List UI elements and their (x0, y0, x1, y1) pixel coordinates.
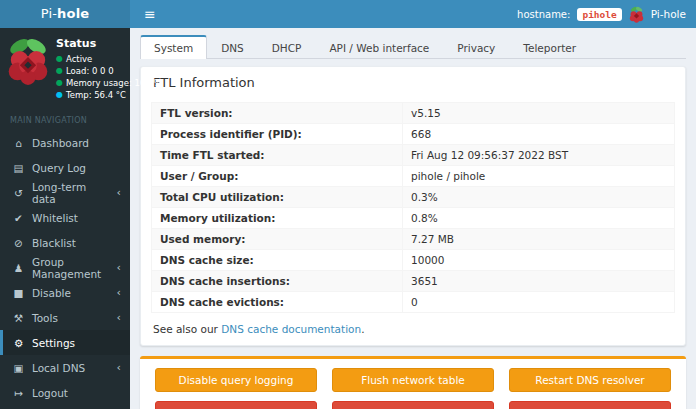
row-label: Time FTL started: (152, 145, 403, 166)
sidebar-item-tools[interactable]: ⚒ Tools ‹ (0, 305, 130, 330)
row-value: 668 (403, 124, 675, 145)
sidebar: Status ● Active ● Load: 0 0 0 ● Memory u… (0, 28, 130, 409)
sidebar-item-disable[interactable]: ■ Disable ‹ (0, 280, 130, 305)
flush-logs-button[interactable]: Flush logs (last 24 hours) (155, 401, 317, 409)
power-off-system-button[interactable]: Power off system (332, 401, 494, 409)
raspberry-icon (629, 6, 644, 23)
history-icon: ↺ (12, 187, 25, 199)
row-value: 7.27 MB (403, 229, 675, 250)
home-icon: ⌂ (12, 137, 25, 149)
users-icon: ♟ (12, 262, 25, 274)
tab-teleporter[interactable]: Teleporter (509, 35, 590, 59)
gear-icon: ⚙ (12, 337, 25, 349)
row-label: Memory utilization: (152, 208, 403, 229)
table-row: Time FTL started: Fri Aug 12 09:56:37 20… (152, 145, 675, 166)
status-title: Status (56, 37, 161, 50)
row-label: DNS cache size: (152, 250, 403, 271)
sidebar-item-settings[interactable]: ⚙ Settings (0, 330, 130, 355)
sidebar-item-long-term-data[interactable]: ↺ Long-term data ‹ (0, 180, 130, 205)
sidebar-item-donate[interactable]: ♥ Donate (0, 405, 130, 409)
dns-cache-documentation-link[interactable]: DNS cache documentation (221, 323, 361, 335)
stop-icon: ■ (12, 287, 25, 299)
row-value: 3651 (403, 271, 675, 292)
row-label: User / Group: (152, 166, 403, 187)
file-icon: ▤ (12, 162, 25, 174)
chevron-left-icon: ‹ (117, 261, 121, 274)
top-navbar: Pi-hole ≡ hostname: pihole Pi-hole (0, 0, 696, 28)
table-row: DNS cache evictions: 0 (152, 292, 675, 313)
row-label: Process identifier (PID): (152, 124, 403, 145)
temp-drop-icon: ● (56, 91, 63, 99)
chevron-left-icon: ‹ (117, 361, 121, 374)
user-menu[interactable]: Pi-hole (651, 8, 686, 20)
status-ok-icon: ● (56, 55, 63, 63)
ftl-information-box: FTL Information FTL version: v5.15 Proce… (140, 66, 686, 346)
flush-network-table-button[interactable]: Flush network table (332, 368, 494, 392)
hostname-value: pihole (577, 8, 621, 21)
row-value: pihole / pihole (403, 166, 675, 187)
table-row: Process identifier (PID): 668 (152, 124, 675, 145)
chevron-left-icon: ‹ (117, 186, 121, 199)
address-book-icon: ▣ (12, 362, 25, 374)
status-panel: Status ● Active ● Load: 0 0 0 ● Memory u… (0, 28, 130, 109)
row-value: 0.3% (403, 187, 675, 208)
row-value: v5.15 (403, 103, 675, 124)
see-also-note: See also our DNS cache documentation. (151, 313, 675, 336)
table-row: DNS cache insertions: 3651 (152, 271, 675, 292)
status-ok-icon: ● (56, 79, 63, 87)
table-row: Memory utilization: 0.8% (152, 208, 675, 229)
row-value: 0.8% (403, 208, 675, 229)
sidebar-toggle-icon[interactable]: ≡ (130, 0, 170, 28)
hostname-label: hostname: (517, 9, 570, 20)
table-row: FTL version: v5.15 (152, 103, 675, 124)
tools-icon: ⚒ (12, 312, 25, 324)
restart-dns-resolver-button[interactable]: Restart DNS resolver (509, 368, 671, 392)
sidebar-item-local-dns[interactable]: ▣ Local DNS ‹ (0, 355, 130, 380)
brand-bold: hole (57, 6, 89, 21)
sidebar-item-whitelist[interactable]: ✔ Whitelist (0, 205, 130, 230)
ftl-info-table: FTL version: v5.15 Process identifier (P… (151, 102, 675, 313)
status-active: ● Active (56, 53, 161, 65)
chevron-left-icon: ‹ (117, 311, 121, 324)
table-row: Used memory: 7.27 MB (152, 229, 675, 250)
restart-system-button[interactable]: Restart system (509, 401, 671, 409)
row-label: Used memory: (152, 229, 403, 250)
table-row: Total CPU utilization: 0.3% (152, 187, 675, 208)
tab-dns[interactable]: DNS (207, 35, 258, 59)
settings-tabs: System DNS DHCP API / Web interface Priv… (140, 35, 686, 59)
sidebar-item-query-log[interactable]: ▤ Query Log (0, 155, 130, 180)
sidebar-item-logout[interactable]: ↦ Logout (0, 380, 130, 405)
row-value: 0 (403, 292, 675, 313)
table-row: DNS cache size: 10000 (152, 250, 675, 271)
row-label: FTL version: (152, 103, 403, 124)
status-memory: ● Memory usage: 10.0% (56, 77, 161, 89)
row-value: 10000 (403, 250, 675, 271)
ban-icon: ⊘ (12, 237, 25, 249)
chevron-left-icon: ‹ (117, 286, 121, 299)
row-label: DNS cache evictions: (152, 292, 403, 313)
check-circle-icon: ✔ (12, 212, 25, 224)
raspberry-logo-icon (7, 37, 49, 85)
sidebar-item-group-management[interactable]: ♟ Group Management ‹ (0, 255, 130, 280)
sidebar-item-dashboard[interactable]: ⌂ Dashboard (0, 130, 130, 155)
tab-privacy[interactable]: Privacy (443, 35, 509, 59)
box-title: FTL Information (141, 67, 685, 98)
main-content: System DNS DHCP API / Web interface Priv… (130, 28, 696, 409)
status-ok-icon: ● (56, 67, 63, 75)
status-temp: ● Temp: 56.4 °C (56, 89, 161, 101)
sign-out-icon: ↦ (12, 387, 25, 399)
brand-logo[interactable]: Pi-hole (0, 0, 130, 28)
sidebar-item-blacklist[interactable]: ⊘ Blacklist (0, 230, 130, 255)
danger-zone-box: Disable query logging Flush network tabl… (140, 356, 686, 409)
table-row: User / Group: pihole / pihole (152, 166, 675, 187)
row-label: DNS cache insertions: (152, 271, 403, 292)
row-value: Fri Aug 12 09:56:37 2022 BST (403, 145, 675, 166)
row-label: Total CPU utilization: (152, 187, 403, 208)
nav-section-header: MAIN NAVIGATION (0, 109, 130, 130)
status-load: ● Load: 0 0 0 (56, 65, 161, 77)
tab-dhcp[interactable]: DHCP (258, 35, 316, 59)
brand-prefix: Pi- (41, 6, 57, 21)
disable-query-logging-button[interactable]: Disable query logging (155, 368, 317, 392)
tab-api-web-interface[interactable]: API / Web interface (315, 35, 443, 59)
